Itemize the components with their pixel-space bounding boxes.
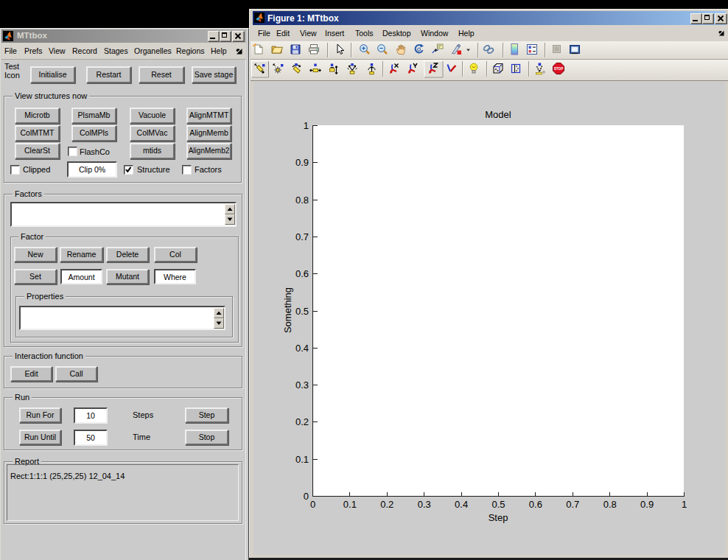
svg-text:0.2: 0.2	[380, 499, 393, 510]
svg-text:0: 0	[304, 491, 309, 502]
svg-text:0.7: 0.7	[566, 499, 579, 510]
svg-text:STOP: STOP	[554, 67, 563, 71]
svg-text:1: 1	[304, 120, 309, 131]
svg-text:0.8: 0.8	[603, 499, 617, 510]
svg-text:0.6: 0.6	[295, 268, 309, 279]
svg-text:0.3: 0.3	[418, 499, 431, 510]
svg-text:0.2: 0.2	[295, 416, 309, 427]
svg-text:0.1: 0.1	[295, 454, 309, 465]
svg-text:0.9: 0.9	[295, 157, 309, 168]
svg-text:0.3: 0.3	[295, 379, 309, 391]
svg-text:0.4: 0.4	[295, 343, 309, 354]
svg-text:0.1: 0.1	[343, 499, 357, 510]
svg-text:0.7: 0.7	[295, 231, 309, 242]
svg-text:Something: Something	[282, 287, 293, 333]
svg-text:0.5: 0.5	[295, 306, 309, 317]
svg-text:Model: Model	[485, 109, 511, 120]
svg-text:0.9: 0.9	[640, 499, 654, 510]
svg-text:1: 1	[682, 499, 687, 510]
svg-text:0.8: 0.8	[295, 195, 309, 206]
svg-text:Step: Step	[489, 512, 508, 523]
svg-text:0.5: 0.5	[491, 499, 505, 510]
svg-text:0.4: 0.4	[455, 499, 468, 510]
svg-text:0: 0	[310, 499, 315, 510]
svg-text:0.6: 0.6	[529, 499, 542, 510]
